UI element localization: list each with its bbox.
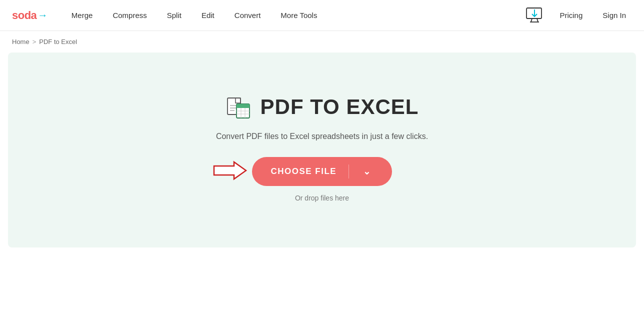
- nav-convert[interactable]: Convert: [226, 7, 269, 24]
- svg-line-2: [537, 18, 538, 22]
- breadcrumb: Home > PDF to Excel: [0, 31, 644, 52]
- pointing-arrow-icon: [212, 160, 248, 184]
- nav-merge[interactable]: Merge: [64, 7, 101, 24]
- upload-section: CHOOSE FILE ⌄: [252, 157, 392, 186]
- pricing-link[interactable]: Pricing: [554, 7, 588, 24]
- nav-more-tools[interactable]: More Tools: [272, 7, 325, 24]
- nav-right: Pricing Sign In: [524, 4, 632, 26]
- logo-arrow-icon: →: [38, 10, 48, 21]
- choose-file-label: CHOOSE FILE: [270, 166, 336, 176]
- dropdown-chevron-icon[interactable]: ⌄: [361, 166, 374, 177]
- breadcrumb-separator: >: [32, 38, 36, 46]
- download-app-icon[interactable]: [524, 4, 546, 26]
- page-title: PDF TO EXCEL: [260, 95, 419, 119]
- choose-file-button[interactable]: CHOOSE FILE ⌄: [252, 157, 392, 186]
- nav-edit[interactable]: Edit: [194, 7, 222, 24]
- breadcrumb-home[interactable]: Home: [12, 38, 30, 46]
- svg-rect-11: [236, 104, 250, 108]
- hero-section: ↓ PDF TO EXCEL Convert PDF files to Exce…: [8, 52, 636, 248]
- signin-link[interactable]: Sign In: [596, 7, 632, 24]
- breadcrumb-current: PDF to Excel: [39, 38, 77, 46]
- tool-subtitle: Convert PDF files to Excel spreadsheets …: [216, 132, 428, 141]
- button-divider: [348, 164, 349, 178]
- drop-files-text: Or drop files here: [295, 194, 349, 202]
- svg-line-1: [531, 18, 532, 22]
- nav-links: Merge Compress Split Edit Convert More T…: [64, 7, 524, 24]
- nav-compress[interactable]: Compress: [104, 7, 154, 24]
- logo-text: soda: [12, 9, 36, 22]
- tool-header: ↓ PDF TO EXCEL: [226, 93, 419, 121]
- nav-split[interactable]: Split: [159, 7, 190, 24]
- site-logo[interactable]: soda→: [12, 9, 48, 22]
- pdf-to-excel-icon: ↓: [226, 93, 254, 121]
